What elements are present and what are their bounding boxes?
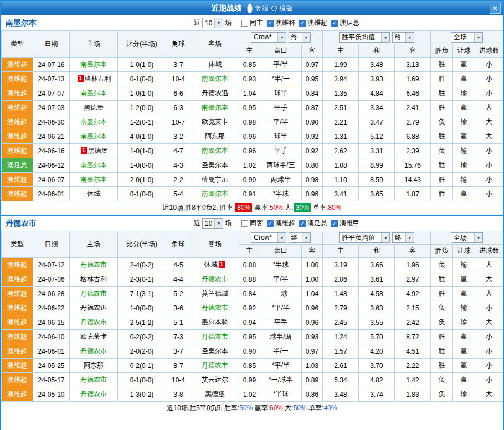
summary-segment: 近10场,胜5平0负5, 胜率: xyxy=(167,404,240,412)
vertical-layout-radio[interactable] xyxy=(247,3,253,14)
match-row: 澳维超24-06-30南墨尔本1-2(0-1)10-7欧克莱卡0.98平/半0.… xyxy=(2,115,503,129)
full-match-select[interactable]: 全场 ▼ xyxy=(451,32,483,43)
asian-final-select[interactable]: 终 ▼ xyxy=(289,232,311,243)
euro-draw-odds-cell: 4.20 xyxy=(359,344,395,359)
summary-segment: 50% xyxy=(270,204,283,211)
home-team-cell: 1黑德堡 xyxy=(70,144,118,158)
euro-away-odds-cell: 2.41 xyxy=(395,101,431,115)
full-match-select[interactable]: 全场 ▼ xyxy=(451,232,483,243)
euro-odds-select[interactable]: 胜平负均值 ▼ xyxy=(339,32,390,43)
asian-handicap-cell: 平手 xyxy=(260,144,302,158)
away-team-cell: 蓝曼宁厄 xyxy=(191,173,239,187)
match-row: 澳维超24-06-28丹德农市7-1(3-1)5-2莫兰德城0.84一球1.04… xyxy=(2,287,503,301)
match-row: 澳维超24-05-10丹德农市1-3(0-2)3-8黑德堡1.02*半球0.86… xyxy=(2,387,503,402)
horizontal-layout-radio[interactable] xyxy=(271,6,277,11)
asian-home-odds-cell: 0.85 xyxy=(239,58,260,72)
col-header-score: 比分(半场) xyxy=(118,31,166,58)
asian-away-odds-cell: 1.00 xyxy=(302,258,323,272)
euro-home-odds-cell: 2.21 xyxy=(323,115,359,129)
euro-draw-odds-cell: 3.34 xyxy=(359,101,395,115)
euro-final-select[interactable]: 终 ▼ xyxy=(392,32,414,43)
euro-draw-odds-cell: 3.63 xyxy=(359,301,395,315)
asian-away-odds-cell: 0.98 xyxy=(302,173,323,187)
euro-draw-odds-cell: 4.58 xyxy=(359,287,395,301)
home-team-cell: 南墨尔本 xyxy=(70,86,118,101)
team-name-text: 南墨尔本 xyxy=(80,175,107,183)
match-count-select[interactable]: 10 ▼ xyxy=(202,18,223,28)
asian-home-odds-cell: 0.93 xyxy=(239,72,260,86)
count-suffix-label: 场 xyxy=(225,18,232,28)
match-count-select[interactable]: 10 ▼ xyxy=(202,218,223,229)
asian-home-odds-cell: 0.85 xyxy=(239,359,260,373)
team-name: 丹德农市 xyxy=(6,219,37,229)
league-filter-checkbox[interactable] xyxy=(267,220,274,227)
asian-home-odds-cell: 0.90 xyxy=(239,173,260,187)
league-filter-checkbox[interactable] xyxy=(331,20,338,27)
team-name: 南墨尔本 xyxy=(6,18,37,28)
date-cell: 24-06-07 xyxy=(33,173,70,187)
asian-away-odds-cell: 0.86 xyxy=(302,387,323,402)
asian-away-odds-cell: 0.92 xyxy=(302,144,323,158)
summary-segment: 赢率: xyxy=(253,404,270,412)
league-type-cell: 澳维超 xyxy=(2,387,33,402)
date-cell: 24-06-28 xyxy=(33,287,70,301)
team-name-text: 蓝曼宁厄 xyxy=(202,175,228,183)
team-name-text: 格林古利 xyxy=(80,275,107,283)
result-cell: 负 xyxy=(431,144,453,158)
asian-away-odds-cell: 0.96 xyxy=(302,301,323,315)
recent-results-dialog: 近期战绩 竖版 横版 ✕ 南墨尔本 近 10 ▼ 场 同主 澳维杯 xyxy=(0,0,504,430)
league-filter-checkbox[interactable] xyxy=(299,20,306,27)
asian-away-odds-cell: 0.93 xyxy=(302,330,323,344)
odds-company-select[interactable]: Crow* ▼ xyxy=(251,232,286,243)
team-name-text: 南墨尔本 xyxy=(80,118,107,126)
home-team-cell: 丹德农迅 xyxy=(70,301,118,315)
col-header-let: 让球 xyxy=(453,245,475,258)
euro-draw-odds-cell: 8.99 xyxy=(359,158,395,173)
corner-cell: 3-7 xyxy=(166,344,191,359)
score-cell: 1-0(1-0) xyxy=(118,58,166,72)
matches-table: 类型 日期 主场 比分(半场) 角球 客场 Crow* ▼ 终 ▼ xyxy=(1,30,503,201)
league-type-cell: 澳维超 xyxy=(2,173,33,187)
euro-away-odds-cell: 2.79 xyxy=(395,115,431,129)
league-filter-checkbox[interactable] xyxy=(331,220,338,227)
asian-away-odds-cell: 1.00 xyxy=(302,272,323,287)
corner-cell: 6-3 xyxy=(166,101,191,115)
euro-odds-select[interactable]: 胜平负均值 ▼ xyxy=(339,232,390,243)
asian-handicap-cell: 两球半/三 xyxy=(260,158,302,173)
euro-away-odds-cell: 14.43 xyxy=(395,173,431,187)
col-header-home: 主场 xyxy=(70,31,118,58)
summary-segment: 单率: xyxy=(311,204,328,211)
league-filter-checkbox[interactable] xyxy=(267,20,274,27)
close-button[interactable]: ✕ xyxy=(490,3,501,14)
summary-segment: 40% xyxy=(323,404,337,412)
red-card-badge: 1 xyxy=(219,261,225,268)
team-name-text: 南墨尔本 xyxy=(80,89,107,97)
euro-odds-value: 胜平负均值 xyxy=(342,233,379,242)
result-cell: 负 xyxy=(431,373,453,387)
same-venue-checkbox[interactable] xyxy=(241,20,248,27)
score-cell: 2-5(1-2) xyxy=(118,315,166,330)
goals-cell: 小 xyxy=(475,72,503,86)
asian-away-odds-cell: 0.97 xyxy=(302,58,323,72)
home-team-cell: 阿东那 xyxy=(70,359,118,373)
euro-final-select[interactable]: 终 ▼ xyxy=(392,232,414,243)
euro-draw-odds-cell: 3.47 xyxy=(359,115,395,129)
home-team-cell: 丹德农市 xyxy=(70,258,118,272)
score-cell: 1-0(1-0) xyxy=(118,144,166,158)
team-name-text: 欧克莱卡 xyxy=(202,118,228,126)
league-filter-checkbox[interactable] xyxy=(299,220,306,227)
away-team-cell: 欧克莱卡 xyxy=(191,115,239,129)
let-result-cell: 赢 xyxy=(453,129,475,144)
goals-cell: 小 xyxy=(475,373,503,387)
league-filter-label: 澳维杯 xyxy=(275,18,295,28)
col-header-home: 主场 xyxy=(70,231,118,258)
let-result-cell: 输 xyxy=(453,315,475,330)
asian-final-select[interactable]: 终 ▼ xyxy=(289,32,311,43)
result-cell: 负 xyxy=(431,258,453,272)
odds-company-select[interactable]: Crow* ▼ xyxy=(251,32,286,43)
corner-cell: 4-7 xyxy=(166,144,191,158)
same-venue-checkbox[interactable] xyxy=(241,220,248,227)
euro-away-odds-cell: 2.15 xyxy=(395,301,431,315)
home-team-cell: 南墨尔本 xyxy=(70,115,118,129)
away-team-cell: 南墨尔本 xyxy=(191,144,239,158)
